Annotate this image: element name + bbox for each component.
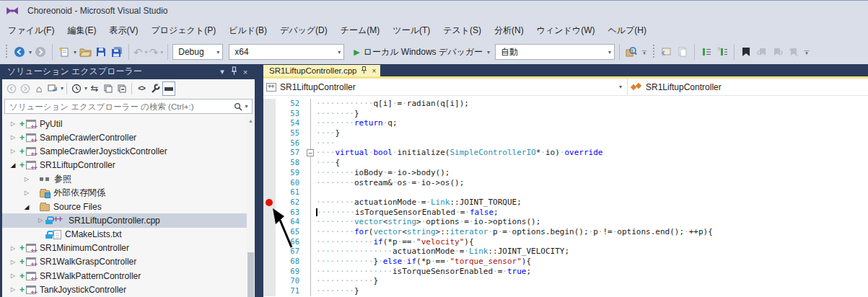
- expander-icon[interactable]: ◢: [22, 203, 32, 210]
- outline-margin[interactable]: [305, 128, 316, 138]
- expander-icon[interactable]: ▷: [8, 259, 18, 265]
- expander-icon[interactable]: ▷: [22, 176, 32, 182]
- outline-margin[interactable]: [305, 109, 316, 119]
- previous-bookmark-icon[interactable]: [755, 43, 769, 61]
- line-number[interactable]: 70: [276, 276, 305, 286]
- sync-with-active-document-icon[interactable]: ⇆: [88, 81, 101, 96]
- tree-item[interactable]: ◢Source Files: [2, 200, 255, 213]
- next-bookmark-icon[interactable]: [771, 43, 785, 61]
- code-line[interactable]: 53········}: [263, 109, 868, 119]
- types-dropdown[interactable]: SR1LiftupController ▾: [263, 79, 628, 95]
- expander-icon[interactable]: ▷: [8, 120, 18, 127]
- outline-margin[interactable]: [305, 187, 316, 198]
- menu-item[interactable]: 編集(E): [61, 22, 102, 40]
- preview-selected-items-toggle[interactable]: [162, 81, 175, 96]
- code-line[interactable]: 54········return·q;: [263, 118, 868, 128]
- document-tab[interactable]: SR1LiftupController.cpp ×: [263, 65, 380, 76]
- close-icon[interactable]: ×: [240, 68, 251, 76]
- breakpoint-margin[interactable]: [263, 109, 276, 119]
- breakpoint-margin[interactable]: [263, 178, 276, 188]
- code-line[interactable]: 57–····virtual·bool·initialize(SimpleCon…: [263, 148, 868, 158]
- menu-item[interactable]: ビルド(B): [222, 22, 273, 40]
- tree-item[interactable]: ▷+SampleCrawlerJoystickController: [2, 144, 255, 158]
- outline-margin[interactable]: [305, 257, 316, 267]
- code-line[interactable]: 55····}: [263, 128, 868, 138]
- code-line[interactable]: 68············}·else·if(*p·==·"torque_se…: [263, 257, 868, 267]
- open-file-button[interactable]: [78, 43, 92, 61]
- back-icon[interactable]: [5, 81, 18, 96]
- tree-item[interactable]: ▷参照: [2, 172, 255, 186]
- line-number[interactable]: 59: [276, 168, 305, 178]
- platform-combo[interactable]: x64▾: [229, 44, 344, 60]
- search-box[interactable]: ▾: [4, 99, 253, 114]
- attach-to-process-icon[interactable]: [624, 43, 639, 61]
- code-line[interactable]: 52············q[i]·=·radian(q[i]);: [263, 99, 868, 109]
- start-debugging-button[interactable]: ▶ ローカル Windows デバッガー ▾: [350, 43, 494, 61]
- navigate-forward-button[interactable]: [33, 43, 48, 61]
- properties-icon[interactable]: [149, 81, 162, 96]
- menu-item[interactable]: 表示(V): [102, 22, 144, 40]
- menu-item[interactable]: プロジェクト(P): [144, 22, 222, 40]
- breakpoint-margin[interactable]: [263, 257, 276, 267]
- tree-item[interactable]: ▷+SR1WalkPatternController: [2, 269, 255, 283]
- breakpoint-margin[interactable]: [263, 148, 276, 158]
- code-line[interactable]: 67················actuationMode·=·Link::…: [263, 247, 868, 257]
- line-number[interactable]: 71: [276, 286, 305, 296]
- code-line[interactable]: 58····{: [263, 158, 868, 168]
- line-number[interactable]: 58: [276, 158, 305, 168]
- line-number[interactable]: 55: [276, 128, 305, 138]
- breakpoint-margin[interactable]: [263, 267, 276, 277]
- code-text[interactable]: ····}: [316, 128, 868, 138]
- home-icon[interactable]: ⌂: [32, 81, 45, 96]
- outline-margin[interactable]: [305, 286, 316, 296]
- collapse-region-icon[interactable]: –: [307, 149, 314, 156]
- clear-bookmarks-icon[interactable]: [786, 43, 801, 61]
- undo-icon[interactable]: ↶: [133, 47, 143, 58]
- outline-margin[interactable]: [305, 198, 316, 208]
- outline-margin[interactable]: [305, 247, 316, 257]
- code-text[interactable]: ················isTorqueSensorEnabled·=·…: [316, 267, 868, 277]
- menu-item[interactable]: ツール(T): [386, 22, 437, 40]
- tab-close-icon[interactable]: ×: [372, 67, 376, 75]
- expander-icon[interactable]: ▷: [8, 148, 18, 154]
- save-button[interactable]: [94, 43, 108, 61]
- toolbar-grip[interactable]: [5, 45, 9, 59]
- outline-margin[interactable]: [305, 168, 316, 178]
- code-text[interactable]: ········for(vector<string>::iterator·p·=…: [316, 227, 868, 237]
- view-code-icon[interactable]: <>: [135, 81, 148, 96]
- breakpoint-margin[interactable]: [263, 276, 276, 286]
- breakpoint-margin[interactable]: [263, 187, 276, 198]
- tree-item[interactable]: ◢+SR1LiftupController: [2, 159, 255, 172]
- menu-item[interactable]: チーム(M): [334, 22, 387, 40]
- menu-item[interactable]: 分析(N): [488, 22, 530, 40]
- new-project-button[interactable]: [57, 43, 71, 61]
- code-line[interactable]: 61: [263, 187, 868, 198]
- code-text[interactable]: ····virtual·bool·initialize(SimpleContro…: [316, 148, 868, 158]
- redo-icon[interactable]: ↷: [149, 47, 159, 58]
- code-text[interactable]: ············}·else·if(*p·==·"torque_sens…: [316, 257, 868, 267]
- tree-item[interactable]: CMakeLists.txt: [2, 228, 255, 241]
- code-text[interactable]: ········}: [316, 286, 868, 296]
- tree-item[interactable]: ▷+SR1MinimumController: [2, 241, 255, 255]
- code-text[interactable]: ········}: [316, 109, 868, 119]
- outline-margin[interactable]: [305, 208, 316, 218]
- scroll-up-icon[interactable]: ▲: [247, 117, 255, 125]
- code-text[interactable]: [316, 187, 868, 198]
- breakpoint-margin[interactable]: [263, 286, 276, 296]
- line-number[interactable]: 54: [276, 118, 305, 128]
- refresh-icon[interactable]: [102, 81, 115, 96]
- tree-scrollbar[interactable]: ▲: [247, 117, 255, 297]
- menu-item[interactable]: ヘルプ(H): [601, 22, 653, 40]
- save-all-button[interactable]: [110, 43, 124, 61]
- redo-caret-icon[interactable]: ▾: [160, 49, 163, 56]
- tree-item[interactable]: ▷SR1LiftupController.cpp: [2, 213, 255, 227]
- code-line[interactable]: 70············}: [263, 276, 868, 286]
- code-line[interactable]: 63········isTorqueSensorEnabled·=·false;: [263, 208, 868, 218]
- breakpoint-margin[interactable]: [263, 99, 276, 109]
- line-number[interactable]: 69: [276, 267, 305, 277]
- code-line[interactable]: 56····: [263, 138, 868, 148]
- navigate-backward-button[interactable]: [12, 43, 27, 61]
- code-line[interactable]: 65········for(vector<string>::iterator·p…: [263, 227, 868, 237]
- increase-indent-icon[interactable]: ?: [715, 43, 729, 61]
- code-text[interactable]: ················actuationMode·=·Link::JO…: [316, 247, 868, 257]
